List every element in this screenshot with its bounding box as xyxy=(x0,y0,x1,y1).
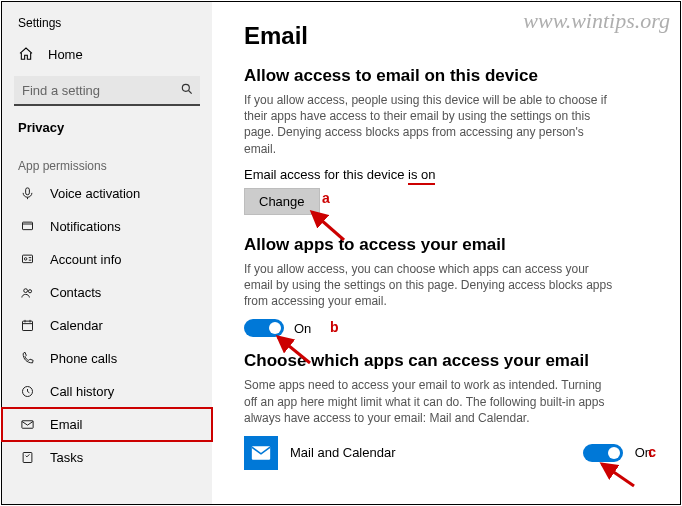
section1-desc: If you allow access, people using this d… xyxy=(244,92,614,157)
history-icon xyxy=(18,384,36,399)
search-input[interactable] xyxy=(14,76,200,106)
apps-access-toggle[interactable] xyxy=(244,319,284,337)
svg-point-6 xyxy=(28,290,31,293)
section2-title: Allow apps to access your email xyxy=(244,235,652,255)
arrow-annotation-c xyxy=(594,460,640,490)
svg-rect-7 xyxy=(22,321,32,330)
sidebar-item-label: Account info xyxy=(50,252,122,267)
sidebar-item-label: Calendar xyxy=(50,318,103,333)
app-row-mail-calendar: Mail and Calendar On c xyxy=(244,436,652,470)
app-name: Mail and Calendar xyxy=(290,445,571,460)
section2-desc: If you allow access, you can choose whic… xyxy=(244,261,614,310)
svg-point-0 xyxy=(182,84,189,91)
sidebar-nav: Voice activation Notifications Account i… xyxy=(2,177,212,474)
search-icon xyxy=(180,82,194,96)
svg-rect-9 xyxy=(21,421,32,429)
svg-point-4 xyxy=(24,258,27,261)
svg-rect-2 xyxy=(22,222,32,230)
device-access-status: Email access for this device is on xyxy=(244,167,652,182)
sidebar-item-label: Notifications xyxy=(50,219,121,234)
svg-rect-1 xyxy=(25,188,29,195)
calendar-icon xyxy=(18,318,36,333)
sidebar-item-label: Voice activation xyxy=(50,186,140,201)
section1-title: Allow access to email on this device xyxy=(244,66,652,86)
phone-icon xyxy=(18,351,36,366)
annotation-a: a xyxy=(322,190,330,206)
annotation-b: b xyxy=(330,319,339,335)
section3-desc: Some apps need to access your email to w… xyxy=(244,377,614,426)
contacts-icon xyxy=(18,285,36,300)
home-label: Home xyxy=(48,47,83,62)
sidebar-item-voice-activation[interactable]: Voice activation xyxy=(2,177,212,210)
notifications-icon xyxy=(18,219,36,234)
email-icon xyxy=(18,417,36,432)
sidebar-item-email[interactable]: Email xyxy=(2,408,212,441)
sidebar-item-calendar[interactable]: Calendar xyxy=(2,309,212,342)
sidebar-item-account-info[interactable]: Account info xyxy=(2,243,212,276)
sidebar-item-label: Contacts xyxy=(50,285,101,300)
toggle-label: On xyxy=(294,321,311,336)
sidebar: Settings Home Privacy App permissions Vo… xyxy=(2,2,212,504)
sidebar-item-contacts[interactable]: Contacts xyxy=(2,276,212,309)
microphone-icon xyxy=(18,186,36,201)
group-label: App permissions xyxy=(2,147,212,177)
status-prefix: Email access for this device xyxy=(244,167,408,182)
mail-calendar-icon xyxy=(244,436,278,470)
sidebar-item-label: Call history xyxy=(50,384,114,399)
app-mail-calendar-toggle[interactable] xyxy=(583,444,623,462)
search-wrap xyxy=(2,70,212,116)
sidebar-item-tasks[interactable]: Tasks xyxy=(2,441,212,474)
change-button[interactable]: Change xyxy=(244,188,320,215)
app-title: Settings xyxy=(2,12,212,38)
main-panel: Email Allow access to email on this devi… xyxy=(212,2,680,504)
window: www.wintips.org Settings Home Privacy Ap… xyxy=(1,1,681,505)
sidebar-item-call-history[interactable]: Call history xyxy=(2,375,212,408)
account-icon xyxy=(18,252,36,267)
home-icon xyxy=(18,46,34,62)
sidebar-item-notifications[interactable]: Notifications xyxy=(2,210,212,243)
sidebar-item-label: Email xyxy=(50,417,83,432)
sidebar-item-home[interactable]: Home xyxy=(2,38,212,70)
status-value: is on xyxy=(408,167,435,185)
page-title: Email xyxy=(244,22,652,50)
annotation-c: c xyxy=(648,444,656,460)
category-header: Privacy xyxy=(2,116,212,147)
sidebar-item-label: Phone calls xyxy=(50,351,117,366)
tasks-icon xyxy=(18,450,36,465)
svg-point-5 xyxy=(23,289,27,293)
sidebar-item-label: Tasks xyxy=(50,450,83,465)
section3-title: Choose which apps can access your email xyxy=(244,351,652,371)
sidebar-item-phone-calls[interactable]: Phone calls xyxy=(2,342,212,375)
svg-rect-10 xyxy=(23,453,32,463)
